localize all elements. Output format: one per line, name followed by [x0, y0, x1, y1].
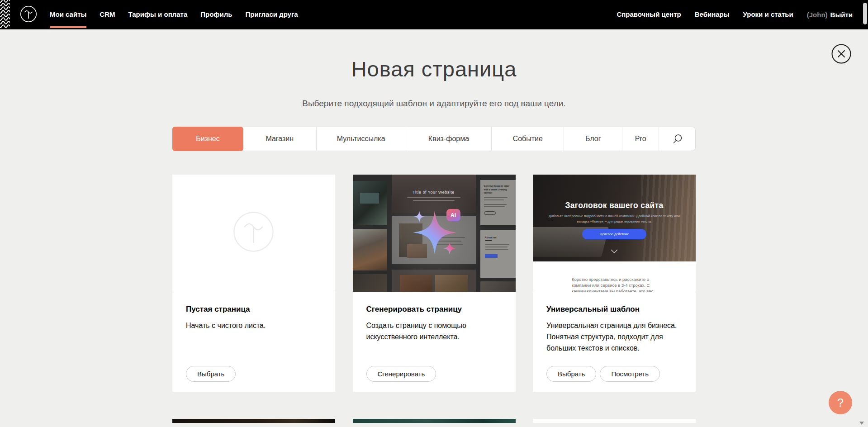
card-universal-template[interactable]: Заголовок вашего сайта Добавьте интересн… [533, 175, 696, 392]
magnifier-icon [672, 134, 683, 144]
tab-multilink[interactable]: Мультиссылка [317, 127, 406, 151]
card-title: Универсальный шаблон [546, 305, 682, 314]
template-hero-subtext: Добавьте интересные подробности о вашей … [544, 214, 685, 224]
tab-store[interactable]: Магазин [243, 127, 317, 151]
generate-button[interactable]: Сгенерировать [366, 366, 436, 382]
nav-item-help-center[interactable]: Справочный центр [617, 0, 681, 29]
template-cta-button: Целевое действие [582, 229, 646, 239]
tilda-logo-pale-icon [232, 211, 275, 253]
nav-item-lessons[interactable]: Уроки и статьи [743, 0, 793, 29]
navbar-left-menu: Мои сайты CRM Тарифы и оплата Профиль Пр… [50, 0, 298, 29]
page-subtitle: Выберите подходящий шаблон и адаптируйте… [172, 99, 696, 109]
universal-template-preview: Заголовок вашего сайта Добавьте интересн… [533, 175, 696, 292]
view-button[interactable]: Посмотреть [600, 366, 660, 382]
card-ai-generate[interactable]: Title of Your Website Get yo [353, 175, 516, 392]
tab-pro[interactable]: Pro [622, 127, 659, 151]
scrollbar-down-arrow[interactable] [859, 422, 864, 425]
template-hero: Заголовок вашего сайта Добавьте интересн… [533, 175, 696, 261]
logout-link[interactable]: Выйти [830, 11, 853, 19]
blank-page-preview [172, 175, 335, 292]
next-template-row [172, 419, 696, 423]
nav-item-crm[interactable]: CRM [100, 0, 115, 29]
help-chat-button[interactable]: ? [829, 391, 852, 414]
template-category-tabs: Бизнес Магазин Мультиссылка Квиз-форма С… [172, 127, 696, 151]
user-logout-group: (John)Выйти [807, 11, 853, 19]
top-navbar: Мои сайты CRM Тарифы и оплата Профиль Пр… [0, 0, 868, 29]
tilda-logo-icon[interactable] [20, 5, 37, 23]
nav-item-webinars[interactable]: Вебинары [695, 0, 730, 29]
navbar-right-menu: Справочный центр Вебинары Уроки и статьи… [617, 0, 853, 29]
template-card-partial[interactable] [533, 419, 696, 423]
card-description: Начать с чистого листа. [186, 320, 322, 332]
tab-search[interactable] [659, 127, 695, 151]
card-description: Универсальная страница для бизнеса. Поня… [546, 320, 682, 354]
ai-collage-preview: Title of Your Website Get yo [353, 175, 516, 292]
tab-event[interactable]: Событие [492, 127, 564, 151]
tab-business[interactable]: Бизнес [172, 127, 243, 151]
choose-button[interactable]: Выбрать [186, 366, 236, 382]
card-title: Пустая страница [186, 305, 322, 314]
tab-blog[interactable]: Блог [564, 127, 622, 151]
close-icon[interactable] [831, 44, 851, 64]
template-card-partial[interactable] [172, 419, 335, 423]
nav-item-profile[interactable]: Профиль [200, 0, 232, 29]
card-title: Сгенерировать страницу [366, 305, 502, 314]
choose-button[interactable]: Выбрать [546, 366, 596, 382]
card-blank-page[interactable]: Пустая страница Начать с чистого листа. … [172, 175, 335, 392]
gradient-four-point-star-icon [353, 175, 516, 292]
template-hero-heading: Заголовок вашего сайта [533, 175, 696, 210]
tab-quiz-form[interactable]: Квиз-форма [406, 127, 492, 151]
template-paragraph: Коротко представьтесь и расскажите о ком… [572, 276, 660, 292]
template-cards-row: Пустая страница Начать с чистого листа. … [172, 175, 696, 392]
nav-item-invite-friend[interactable]: Пригласи друга [245, 0, 298, 29]
page-title: Новая страница [172, 57, 696, 81]
chevron-down-icon [611, 249, 618, 253]
ai-badge: AI [446, 209, 460, 221]
nav-item-my-sites[interactable]: Мои сайты [50, 0, 86, 29]
scrollbar-thumb[interactable] [863, 3, 867, 24]
user-name: (John) [807, 11, 828, 19]
new-page-dialog: Новая страница Выберите подходящий шабло… [172, 57, 696, 423]
card-description: Создать страницу с помощью искусственног… [366, 320, 502, 343]
template-card-partial[interactable] [353, 419, 516, 423]
zigzag-pattern-icon [0, 0, 10, 29]
nav-item-plans[interactable]: Тарифы и оплата [128, 0, 187, 29]
